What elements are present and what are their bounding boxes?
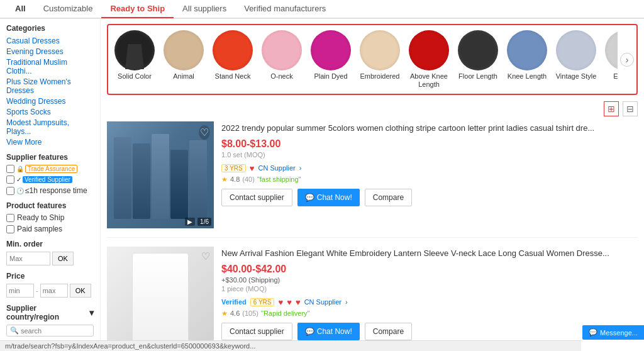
cat-label-stand-neck: Stand Neck	[215, 72, 251, 80]
top-nav: All Customizable Ready to Ship All suppl…	[0, 0, 644, 19]
country-search-input[interactable]	[21, 327, 84, 335]
chat-now-button-2[interactable]: 💬 Chat Now!	[297, 323, 360, 340]
product-image-1[interactable]: ♡ 1/6 ▶	[107, 121, 214, 228]
cat-img-floor-length	[458, 30, 498, 70]
chevron-down-icon[interactable]: ▾	[89, 308, 94, 318]
heart-icon-1[interactable]: ♡	[199, 125, 210, 140]
product-price-2: $40.00-$42.00	[221, 264, 638, 275]
cat-item-animal[interactable]: Animal	[160, 30, 208, 89]
product-info-1: 2022 trendy popular summer 5colors women…	[221, 121, 638, 228]
contact-supplier-button-2[interactable]: Contact supplier	[221, 323, 292, 340]
cat-label-above-knee: Above Knee Length	[405, 72, 453, 89]
years-badge-1: 3 YRS	[221, 164, 246, 172]
nav-item-ready-to-ship[interactable]: Ready to Ship	[101, 0, 174, 18]
ready-to-ship-label: Ready to Ship	[17, 213, 64, 222]
cat-nav-next-button[interactable]: ›	[620, 53, 634, 67]
product-moq-1: 1.0 set (MOQ)	[221, 151, 638, 159]
price-row: - OK	[6, 284, 94, 298]
min-order-row: OK	[6, 252, 94, 265]
clock-icon: 🕐	[16, 187, 24, 194]
supplier-feature-trade[interactable]: 🔒 Trade Assurance	[6, 165, 94, 173]
cat-item-plain-dyed[interactable]: Plain Dyed	[307, 30, 355, 89]
sidebar-item-wedding[interactable]: Wedding Dresses	[6, 97, 94, 106]
sidebar-item-plus-size[interactable]: Plus Size Women's Dresses	[6, 77, 94, 95]
product-price-1: $8.00-$13.00	[221, 138, 638, 150]
rating-score-1: 4.8	[230, 176, 240, 183]
verified-supplier-checkbox[interactable]	[6, 176, 14, 184]
product-card-1: ♡ 1/6 ▶ 2022 trendy popular summer 5colo…	[107, 121, 638, 238]
sidebar-item-casual[interactable]: Casual Dresses	[6, 36, 94, 45]
min-order-ok-button[interactable]: OK	[52, 252, 74, 265]
sidebar-item-sports[interactable]: Sports Socks	[6, 108, 94, 116]
sidebar-item-evening[interactable]: Evening Dresses	[6, 47, 94, 56]
rating-tag-2: "Rapid delivery"	[261, 309, 310, 317]
rating-row-1: ★ 4.8 (40) "fast shipping"	[221, 176, 638, 184]
cat-img-vintage	[556, 30, 596, 70]
grid-view-button[interactable]: ⊞	[604, 101, 619, 116]
cat-item-above-knee[interactable]: Above Knee Length	[405, 30, 453, 89]
compare-button-2[interactable]: Compare	[365, 323, 412, 340]
product-image-2[interactable]: ♡ 1/6	[107, 247, 214, 351]
sidebar: Categories Casual Dresses Evening Dresse…	[0, 19, 101, 351]
nav-item-customizable[interactable]: Customizable	[35, 0, 102, 18]
chat-now-label-2: Chat Now!	[317, 327, 352, 336]
supplier-arrow-1: ›	[299, 164, 302, 172]
cn-supplier-2[interactable]: CN Supplier	[304, 298, 341, 306]
nav-item-all-suppliers[interactable]: All suppliers	[174, 0, 235, 18]
cat-item-vintage[interactable]: Vintage Style	[552, 30, 600, 89]
messenger-button[interactable]: 💬 Messenge...	[582, 325, 644, 340]
heart-icon-2[interactable]: ♡	[201, 250, 210, 262]
paid-samples-checkbox[interactable]	[6, 225, 14, 233]
country-search-box: 🔍	[6, 325, 94, 337]
cn-supplier-1[interactable]: CN Supplier	[258, 164, 295, 172]
cat-label-knee-length: Knee Length	[508, 72, 547, 80]
messenger-icon: 💬	[589, 328, 597, 337]
cat-img-plain-dyed	[311, 30, 351, 70]
cat-item-knee-length[interactable]: Knee Length	[503, 30, 551, 89]
cat-label-vintage: Vintage Style	[556, 72, 597, 81]
sidebar-item-traditional[interactable]: Traditional Muslim Clothi...	[6, 58, 94, 75]
ready-to-ship-checkbox[interactable]	[6, 214, 14, 222]
categories-scroll: Solid Color Animal Stand Neck O-neck Pla	[111, 30, 618, 89]
list-view-button[interactable]: ⊟	[623, 101, 638, 116]
supplier-info-row-1: 3 YRS ♥ CN Supplier ›	[221, 164, 638, 173]
compare-button-1[interactable]: Compare	[365, 189, 412, 206]
cat-img-stand-neck	[213, 30, 253, 70]
product-title-1[interactable]: 2022 trendy popular summer 5colors women…	[221, 123, 638, 134]
price-max-input[interactable]	[40, 284, 68, 298]
action-btns-1: Contact supplier 💬 Chat Now! Compare	[221, 189, 638, 206]
cat-item-solid-color[interactable]: Solid Color	[111, 30, 158, 89]
heart-red-1: ♥	[250, 164, 255, 173]
main-layout: Categories Casual Dresses Evening Dresse…	[0, 19, 644, 351]
product-features-title: Product features	[6, 201, 94, 210]
contact-supplier-button-1[interactable]: Contact supplier	[221, 189, 292, 206]
cat-label-embroidered: Embroidered	[360, 72, 400, 80]
cat-label-solid-color: Solid Color	[118, 72, 152, 80]
cat-item-o-neck[interactable]: O-neck	[258, 30, 306, 89]
nav-item-verified-manufacturers[interactable]: Verified manufacturers	[235, 0, 335, 18]
response-time-checkbox[interactable]	[6, 187, 14, 195]
cat-item-floor-length[interactable]: Floor Length	[454, 30, 502, 89]
supplier-feature-response[interactable]: 🕐 ≤1h response time	[6, 186, 94, 195]
heart-red-2a: ♥	[278, 298, 283, 307]
cat-item-embroidered[interactable]: Embroidered	[356, 30, 404, 89]
price-min-input[interactable]	[6, 284, 34, 298]
min-order-input[interactable]	[6, 252, 50, 265]
view-more-link[interactable]: View More	[6, 138, 94, 147]
product-title-2[interactable]: New Arrival Fashion Elegant White Embroi…	[221, 248, 638, 259]
cat-item-stand-neck[interactable]: Stand Neck	[209, 30, 257, 89]
search-icon: 🔍	[10, 326, 19, 335]
sidebar-item-jumpsuits[interactable]: Modest Jumpsuits, Plays...	[6, 118, 94, 136]
verified-supplier-badge: Verified Supplier	[23, 176, 72, 183]
supplier-feature-verified[interactable]: ✓ Verified Supplier	[6, 176, 94, 184]
product-moq-2: 1 piece (MOQ)	[221, 285, 638, 292]
rating-count-2: (105)	[242, 309, 258, 317]
price-ok-button[interactable]: OK	[70, 284, 91, 298]
trade-assurance-checkbox[interactable]	[6, 165, 14, 173]
nav-item-all[interactable]: All	[6, 0, 35, 18]
product-feature-samples[interactable]: Paid samples	[6, 225, 94, 233]
cat-item-elegant[interactable]: Elegant	[601, 30, 618, 89]
product-feature-ready[interactable]: Ready to Ship	[6, 213, 94, 222]
chat-now-button-1[interactable]: 💬 Chat Now!	[297, 189, 360, 206]
url-bar: m/trade/search?fsb=y&IndexArea=product_e…	[0, 340, 581, 351]
